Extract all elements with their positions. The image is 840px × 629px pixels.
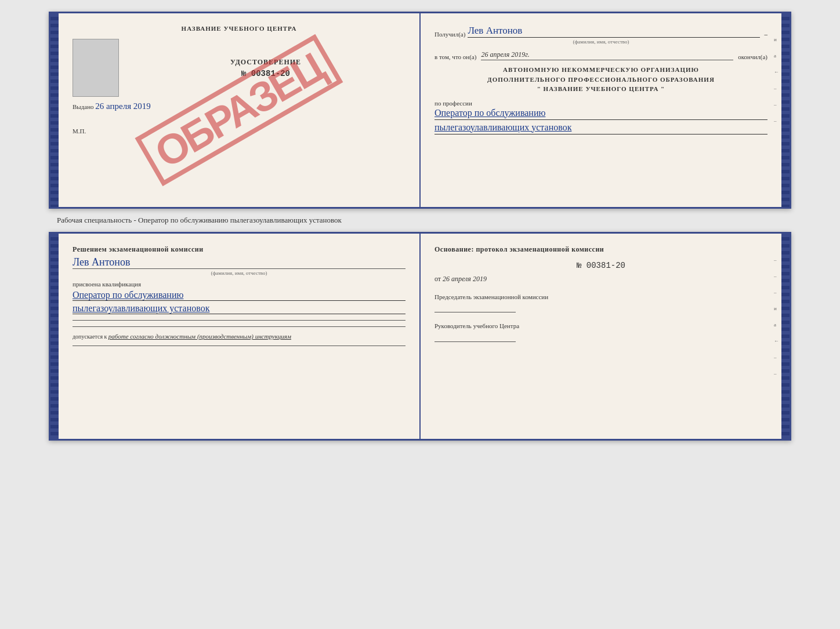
bottom-name: Лев Антонов [73,256,405,269]
empty-line-2 [73,326,405,327]
book-spine-left [50,13,59,207]
side-marks-bottom: – – – и а ← – – [774,257,779,376]
bottom-left-page: Решением экзаменационной комиссии Лев Ан… [59,234,421,439]
in-that-row: в том, что он(а) 26 апреля 2019г. окончи… [435,50,767,60]
top-book-content: НАЗВАНИЕ УЧЕБНОГО ЦЕНТРА УДОСТОВЕРЕНИЕ №… [59,13,781,207]
chairman-sig-line [435,312,516,312]
fio-hint-top: (фамилия, имя, отчество) [435,39,767,45]
profession-label: по профессии [435,100,767,107]
cert-number: № 00381-20 [241,69,290,78]
chairman-label: Председатель экзаменационной комиссии [435,293,767,301]
qualification-line2: пылегазоулавливающих установок [73,303,405,314]
received-name: Лев Антонов [468,25,759,38]
cert-mp: М.П. [73,128,405,134]
cert-label: УДОСТОВЕРЕНИЕ [230,58,301,67]
top-book: НАЗВАНИЕ УЧЕБНОГО ЦЕНТРА УДОСТОВЕРЕНИЕ №… [49,12,791,209]
cert-issued-area: Выдано 26 апреля 2019 [73,101,405,111]
finished-label: окончил(а) [738,53,767,60]
profession-line2: пылегазоулавливающих установок [435,122,767,134]
book-spine-right [781,13,790,207]
org-line1: АВТОНОМНУЮ НЕКОММЕРЧЕСКУЮ ОРГАНИЗАЦИЮ [435,65,767,75]
protocol-date-prefix: от [435,275,441,283]
top-book-left-page: НАЗВАНИЕ УЧЕБНОГО ЦЕНТРА УДОСТОВЕРЕНИЕ №… [59,13,421,207]
side-marks-top: и а ← – – – [774,37,779,123]
top-book-right-page: Получил(а) Лев Антонов – (фамилия, имя, … [421,13,781,207]
org-name-block: АВТОНОМНУЮ НЕКОММЕРЧЕСКУЮ ОРГАНИЗАЦИЮ ДО… [435,65,767,94]
bottom-book: Решением экзаменационной комиссии Лев Ан… [49,232,791,441]
received-field: Получил(а) Лев Антонов – [435,25,767,38]
bottom-spine-right [781,234,790,439]
bottom-right-page: Основание: протокол экзаменационной коми… [421,234,781,439]
cert-issued-label: Выдано [73,103,94,110]
director-block: Руководитель учебного Центра [435,322,767,341]
subtitle-text: Рабочая специальность - Оператор по обсл… [57,216,342,225]
fio-hint-bottom: (фамилия, имя, отчество) [73,270,405,276]
empty-line-1 [73,320,405,321]
cert-box: УДОСТОВЕРЕНИЕ № 00381-20 [73,39,405,97]
cert-middle: УДОСТОВЕРЕНИЕ № 00381-20 [126,39,405,97]
director-sig-line [435,341,516,342]
director-label: Руководитель учебного Центра [435,322,767,330]
bottom-spine-left [50,234,59,439]
osnov-text: Основание: протокол экзаменационной коми… [435,245,767,254]
допускается-prefix: допускается к [73,333,107,340]
protocol-date: 26 апреля 2019 [443,275,487,283]
qualification-line1: Оператор по обслуживанию [73,290,405,301]
received-label: Получил(а) [435,31,465,38]
empty-line-3 [73,346,405,346]
document-wrapper: НАЗВАНИЕ УЧЕБНОГО ЦЕНТРА УДОСТОВЕРЕНИЕ №… [49,12,791,441]
допускается-value: работе согласно должностным (производств… [108,333,291,340]
cert-school-title: НАЗВАНИЕ УЧЕБНОГО ЦЕНТРА [73,25,405,32]
commission-text: Решением экзаменационной комиссии [73,245,405,254]
in-that-label: в том, что он(а) [435,53,476,60]
допускается-block: допускается к работе согласно должностны… [73,333,405,340]
cert-photo [73,39,119,97]
org-line2: ДОПОЛНИТЕЛЬНОГО ПРОФЕССИОНАЛЬНОГО ОБРАЗО… [435,75,767,85]
assigned-text: присвоена квалификация [73,281,405,288]
org-line3: " НАЗВАНИЕ УЧЕБНОГО ЦЕНТРА " [435,84,767,94]
profession-line1: Оператор по обслуживанию [435,108,767,120]
protocol-date-row: от 26 апреля 2019 [435,275,767,283]
chairman-block: Председатель экзаменационной комиссии [435,293,767,312]
protocol-number: № 00381-20 [435,261,767,270]
date-value: 26 апреля 2019г. [481,50,733,60]
cert-issued-date: 26 апреля 2019 [95,101,151,111]
